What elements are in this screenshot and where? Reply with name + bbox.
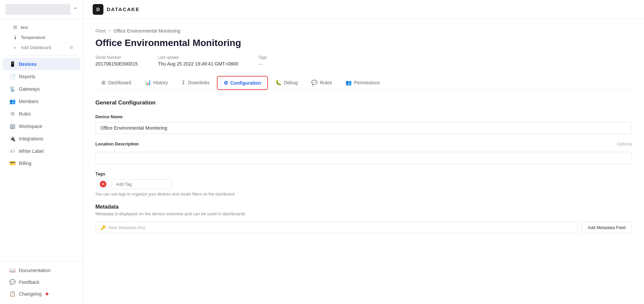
sidebar-documentation-label: Documentation (19, 268, 50, 273)
tabs: ⊞ Dashboard 📊 History ↧ Downlinks ⚙ Conf… (95, 76, 632, 90)
breadcrumb-separator: > (108, 29, 111, 33)
sidebar-item-members[interactable]: 👥 Members (3, 95, 80, 107)
sidebar-item-integrations[interactable]: 🔌 Integrations (3, 133, 80, 145)
key-icon: 🔑 (100, 225, 106, 230)
sidebar-devices-label: Devices (19, 61, 37, 67)
changelog-badge (46, 293, 48, 295)
device-name-label: Device Name (95, 114, 632, 119)
sidebar: ⌃ ⊞ test 🌡 Temperature + Add Dashboard ⚙… (0, 0, 83, 304)
tab-downlinks-label: Downlinks (188, 80, 210, 85)
metadata-key-placeholder: New Metadata Key (108, 225, 145, 230)
add-dashboard-button[interactable]: + Add Dashboard ⚙ (3, 43, 80, 52)
location-description-label: Location Description (95, 141, 139, 146)
integrations-icon: 🔌 (9, 136, 15, 142)
device-name-group: Device Name (95, 114, 632, 134)
white-label-icon: 🏷 (9, 148, 15, 154)
metadata-key-field[interactable]: 🔑 New Metadata Key (95, 222, 578, 233)
tags-help-text: You can use tags to organize your device… (95, 192, 632, 197)
tags-value: — (259, 61, 267, 67)
tab-configuration[interactable]: ⚙ Configuration (217, 76, 268, 90)
tab-downlinks[interactable]: ↧ Downlinks (175, 76, 216, 90)
main-content: D DATACAKE Fleet > Office Environmental … (83, 0, 644, 304)
workspace-icon: 🏢 (9, 123, 15, 129)
logo-text: DATACAKE (107, 6, 140, 12)
optional-text: Optional (617, 142, 632, 146)
sidebar-temperature-label: Temperature (21, 35, 45, 40)
changelog-icon: 📋 (9, 291, 15, 297)
last-update-value: Thu Aug 25 2022 19:49:41 GMT+0800 (158, 61, 238, 67)
serial-number-value: 201706150E000015 (95, 61, 138, 67)
breadcrumb-fleet[interactable]: Fleet (95, 28, 106, 34)
tag-chip: ✕ (95, 179, 109, 189)
settings-icon[interactable]: ⚙ (70, 45, 74, 50)
sidebar-white-label-label: White Label (19, 148, 44, 154)
tab-dashboard-icon: ⊞ (101, 80, 106, 86)
plus-icon: + (12, 45, 18, 50)
sidebar-item-devices[interactable]: 📱 Devices (3, 58, 80, 70)
breadcrumb: Fleet > Office Environmental Monitoring (95, 28, 632, 34)
reports-icon: 📄 (9, 74, 15, 80)
sidebar-item-white-label[interactable]: 🏷 White Label (3, 145, 80, 157)
tab-dashboard-label: Dashboard (108, 80, 131, 85)
workspace-name (5, 4, 71, 15)
tag-remove-button[interactable]: ✕ (100, 181, 106, 187)
location-label-row: Location Description Optional (95, 141, 632, 146)
members-icon: 👥 (9, 98, 15, 104)
tags-group: Tags ✕ You can use tags to organize your… (95, 171, 632, 197)
sidebar-gateways-label: Gateways (19, 86, 40, 92)
tab-dashboard[interactable]: ⊞ Dashboard (95, 76, 137, 90)
rules-icon: ⚙ (9, 111, 15, 117)
sidebar-chevron-icon[interactable]: ⌃ (73, 6, 78, 13)
add-dashboard-label: Add Dashboard (21, 45, 51, 50)
documentation-icon: 📖 (9, 267, 15, 273)
sidebar-item-documentation[interactable]: 📖 Documentation (3, 265, 80, 276)
sidebar-item-test[interactable]: ⊞ test (3, 22, 80, 32)
tab-history[interactable]: 📊 History (139, 76, 174, 90)
tags-input-area: ✕ (95, 179, 632, 189)
sidebar-item-changelog[interactable]: 📋 Changelog (3, 288, 80, 300)
sidebar-item-reports[interactable]: 📄 Reports (3, 71, 80, 83)
last-update-label: Last update (158, 55, 238, 60)
content-area: Fleet > Office Environmental Monitoring … (83, 19, 644, 304)
metadata-add-row: 🔑 New Metadata Key Add Metadata Field (95, 222, 632, 233)
location-description-group: Location Description Optional (95, 141, 632, 164)
billing-icon: 💳 (9, 160, 15, 166)
page-title: Office Environmental Monitoring (95, 38, 632, 48)
tab-debug[interactable]: 🐛 Debug (269, 76, 304, 90)
metadata-group: Metadata Metadata is displayed on the de… (95, 204, 632, 233)
sidebar-item-gateways[interactable]: 📡 Gateways (3, 83, 80, 95)
tab-rules-label: Rules (320, 80, 332, 85)
tab-permissions[interactable]: 👥 Permissions (339, 76, 386, 90)
sidebar-rules-label: Rules (19, 111, 31, 117)
add-tag-input[interactable] (111, 179, 172, 189)
meta-last-update: Last update Thu Aug 25 2022 19:49:41 GMT… (158, 55, 238, 67)
topbar: D DATACAKE (83, 0, 644, 19)
sidebar-integrations-label: Integrations (19, 136, 43, 141)
tab-debug-icon: 🐛 (275, 80, 282, 86)
logo-box: D (93, 4, 103, 15)
sidebar-item-feedback[interactable]: 💬 Feedback (3, 276, 80, 288)
sidebar-dashboard-label: test (21, 25, 28, 30)
tab-history-icon: 📊 (145, 80, 151, 86)
tab-permissions-icon: 👥 (346, 80, 352, 86)
tab-downlinks-icon: ↧ (181, 80, 186, 86)
location-description-input[interactable] (95, 152, 632, 164)
tab-configuration-icon: ⚙ (224, 80, 228, 86)
gateways-icon: 📡 (9, 86, 15, 92)
metadata-desc: Metadata is displayed on the device over… (95, 211, 632, 216)
sidebar-item-workspace[interactable]: 🏢 Workspace (3, 120, 80, 132)
tab-rules[interactable]: 💬 Rules (305, 76, 338, 90)
add-metadata-field-button[interactable]: Add Metadata Field (581, 222, 632, 233)
sidebar-changelog-label: Changelog (19, 291, 42, 297)
tags-form-label: Tags (95, 171, 632, 176)
serial-number-label: Serial Number (95, 55, 138, 60)
breadcrumb-current: Office Environmental Monitoring (113, 28, 180, 34)
sidebar-item-rules[interactable]: ⚙ Rules (3, 108, 80, 120)
sidebar-item-billing[interactable]: 💳 Billing (3, 157, 80, 169)
configuration-form: General Configuration Device Name Locati… (95, 99, 632, 233)
sidebar-nav: ⊞ test 🌡 Temperature + Add Dashboard ⚙ 📱… (0, 19, 83, 261)
device-name-input[interactable] (95, 122, 632, 134)
sidebar-members-label: Members (19, 99, 38, 104)
sidebar-reports-label: Reports (19, 74, 35, 79)
sidebar-item-temperature[interactable]: 🌡 Temperature (3, 33, 80, 42)
